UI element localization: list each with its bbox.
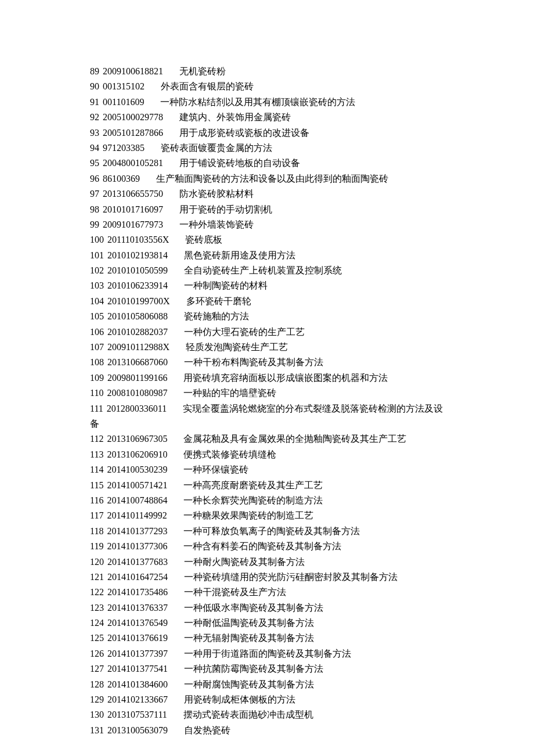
item-index: 91	[90, 97, 99, 107]
document-list: 892009100618821无机瓷砖粉90001315102外表面含有银层的瓷…	[90, 64, 444, 738]
list-item: 9686100369生产釉面陶瓷砖的方法和设备以及由此得到的釉面陶瓷砖	[90, 171, 444, 186]
item-title: 金属花釉及具有金属效果的全抛釉陶瓷砖及其生产工艺	[183, 434, 406, 444]
item-code: 2010105806088	[107, 311, 168, 321]
item-title: 瓷砖表面镀覆贵金属的方法	[161, 143, 272, 153]
item-index: 100	[90, 235, 104, 244]
item-title: 一种干混瓷砖及生产方法	[184, 587, 286, 597]
item-code: 2009101677973	[103, 219, 163, 229]
list-item: 1242014101376549一种耐低温陶瓷砖及其制备方法	[90, 615, 444, 631]
item-title: 一种外墙装饰瓷砖	[179, 219, 254, 229]
item-index: 113	[90, 449, 103, 459]
list-item: 1202014101377683一种耐火陶瓷砖及其制备方法	[90, 555, 444, 570]
list-item: 922005100029778建筑内、外装饰用金属瓷砖	[90, 110, 444, 125]
item-title: 用瓷砖填充容纳面板以形成镶嵌图案的机器和方法	[183, 373, 388, 383]
list-item: 1222014101735486一种干混瓷砖及生产方法	[90, 585, 444, 600]
list-item: 1132013106206910便携式装修瓷砖填缝枪	[90, 447, 444, 462]
item-title-continuation: 备	[90, 416, 444, 431]
item-title: 全自动瓷砖生产上砖机装置及控制系统	[184, 265, 342, 275]
item-index: 121	[90, 572, 104, 582]
item-code: 2010102193814	[107, 250, 168, 260]
item-code: 2013107537111	[107, 710, 167, 719]
item-title: 一种制陶瓷砖的材料	[184, 280, 268, 290]
item-index: 129	[90, 694, 104, 704]
item-title: 一种防水粘结剂以及用其有棚顶镶嵌瓷砖的方法	[160, 97, 355, 107]
item-title: 一种耐腐蚀陶瓷砖及其制备方法	[184, 679, 314, 689]
item-index: 90	[90, 81, 99, 91]
list-item: 100201110103556X瓷砖底板	[90, 232, 444, 247]
list-item: 1082013106687060一种干粉布料陶瓷砖及其制备方法	[90, 355, 444, 370]
item-index: 105	[90, 311, 104, 321]
item-code: 2013106967305	[107, 434, 167, 444]
item-title: 外表面含有银层的瓷砖	[161, 81, 254, 91]
item-code: 86100369	[103, 174, 140, 183]
item-code: 201010199700X	[107, 296, 170, 306]
item-code: 2014101376549	[107, 618, 168, 628]
item-title: 摆动式瓷砖表面抛砂冲击成型机	[183, 710, 313, 719]
item-title: 瓷砖底板	[185, 235, 222, 244]
list-item: 1102008101080987一种贴的牢的墙壁瓷砖	[90, 386, 444, 401]
item-code: 2014101377683	[107, 557, 168, 567]
item-title: 一种高亮度耐磨瓷砖及其生产工艺	[183, 480, 323, 490]
list-item: 1022010101050599全自动瓷砖生产上砖机装置及控制系统	[90, 263, 444, 278]
item-index: 116	[90, 495, 103, 505]
item-index: 96	[90, 174, 99, 183]
item-index: 108	[90, 357, 104, 367]
item-index: 111	[90, 404, 103, 413]
list-item: 91001101609一种防水粘结剂以及用其有棚顶镶嵌瓷砖的方法	[90, 95, 444, 110]
item-code: 201110103556X	[107, 235, 169, 244]
item-index: 126	[90, 649, 104, 658]
item-code: 2010102882037	[107, 327, 168, 337]
item-title: 一种贴的牢的墙壁瓷砖	[183, 388, 276, 398]
list-item: 982010101716097用于瓷砖的手动切割机	[90, 202, 444, 217]
list-item: 1092009801199166用瓷砖填充容纳面板以形成镶嵌图案的机器和方法	[90, 370, 444, 386]
item-index: 92	[90, 112, 99, 122]
item-code: 2014101647254	[107, 572, 168, 582]
item-index: 106	[90, 327, 104, 337]
item-title: 一种瓷砖填缝用的荧光防污硅酮密封胶及其制备方法	[184, 572, 398, 582]
item-index: 118	[90, 526, 103, 536]
item-title: 一种耐低温陶瓷砖及其制备方法	[184, 618, 314, 628]
item-title: 一种长余辉荧光陶瓷砖的制造方法	[183, 495, 323, 505]
list-item: 1272014101377541一种抗菌防霉陶瓷砖及其制备方法	[90, 661, 444, 676]
item-index: 97	[90, 189, 99, 199]
item-code: 2005101287866	[103, 128, 163, 138]
list-item: 1052010105806088瓷砖施釉的方法	[90, 309, 444, 324]
item-index: 94	[90, 143, 99, 153]
item-title: 一种糖果效果陶瓷砖的制造工艺	[183, 510, 313, 520]
item-code: 2014100748864	[107, 495, 167, 505]
list-item: 1302013107537111摆动式瓷砖表面抛砂冲击成型机	[90, 707, 444, 722]
item-index: 99	[90, 219, 99, 229]
item-index: 127	[90, 664, 104, 674]
item-index: 110	[90, 388, 103, 398]
item-code: 2010101716097	[103, 204, 163, 214]
item-index: 95	[90, 158, 99, 168]
item-code: 2013106206910	[107, 449, 167, 459]
item-code: 2013106687060	[107, 357, 168, 367]
item-title: 建筑内、外装饰用金属瓷砖	[179, 112, 291, 122]
item-index: 93	[90, 128, 99, 138]
item-index: 107	[90, 342, 104, 352]
item-index: 89	[90, 66, 99, 76]
item-index: 109	[90, 373, 104, 383]
item-index: 102	[90, 265, 104, 275]
item-title: 一种含有料姜石的陶瓷砖及其制备方法	[183, 541, 341, 551]
item-code: 2014101384600	[107, 679, 168, 689]
item-index: 128	[90, 679, 104, 689]
item-title: 黑色瓷砖新用途及使用方法	[184, 250, 295, 260]
item-index: 122	[90, 587, 104, 597]
item-title: 一种低吸水率陶瓷砖及其制备方法	[184, 603, 323, 613]
list-item: 1152014100571421一种高亮度耐磨瓷砖及其生产工艺	[90, 478, 444, 493]
item-code: 2014100571421	[107, 480, 167, 490]
list-item: 107200910112988X轻质发泡陶瓷砖生产工艺	[90, 340, 444, 355]
item-index: 120	[90, 557, 104, 567]
item-title: 用瓷砖制成柜体侧板的方法	[184, 694, 295, 704]
item-code: 2005100029778	[103, 112, 163, 122]
item-code: 001101609	[103, 97, 144, 107]
item-code: 2009801199166	[107, 373, 167, 383]
item-code: 2010101050599	[107, 265, 168, 275]
item-code: 2004800105281	[103, 158, 163, 168]
list-item: 1292014102133667用瓷砖制成柜体侧板的方法	[90, 692, 444, 707]
list-item: 1182014101377293一种可释放负氧离子的陶瓷砖及其制备方法	[90, 524, 444, 539]
item-index: 98	[90, 204, 99, 214]
item-code: 2014101377397	[107, 649, 168, 658]
